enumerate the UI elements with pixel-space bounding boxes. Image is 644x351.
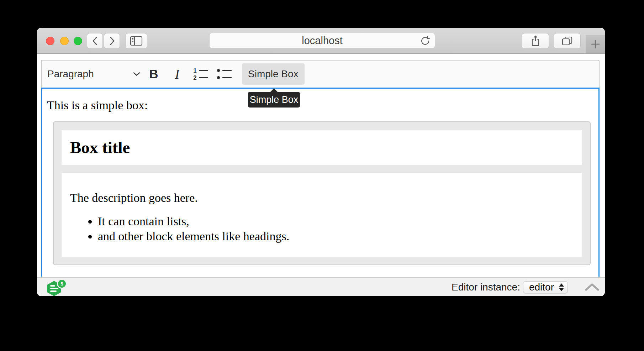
- version-badge: 5: [57, 279, 67, 289]
- italic-button[interactable]: I: [167, 64, 187, 84]
- plus-icon: [590, 38, 601, 50]
- bulleted-list-button[interactable]: [214, 64, 234, 84]
- chevron-right-icon: [109, 36, 115, 46]
- desktop-background: { "browser": { "url": "localhost", "traf…: [0, 0, 644, 351]
- simple-box-button[interactable]: Simple Box: [242, 63, 305, 85]
- simple-box-title-area[interactable]: Box title: [62, 130, 582, 165]
- tabs-icon: [561, 36, 573, 46]
- reload-icon: [420, 36, 431, 46]
- simple-box-widget[interactable]: Box title The description goes here. It …: [53, 121, 591, 265]
- web-page: Paragraph B I 1 2: [37, 54, 605, 277]
- editor-instance-label: Editor instance:: [452, 282, 520, 293]
- selected-instance: editor: [529, 282, 554, 293]
- simple-box-button-label: Simple Box: [248, 68, 299, 80]
- share-icon: [530, 35, 541, 47]
- intro-paragraph[interactable]: This is a simple box:: [47, 97, 595, 114]
- box-title-heading[interactable]: Box title: [70, 139, 130, 156]
- bold-icon: B: [149, 67, 158, 81]
- zoom-window-button[interactable]: [74, 37, 82, 45]
- collapse-console-button[interactable]: [584, 282, 600, 293]
- tooltip-arrow-icon: [270, 88, 278, 92]
- description-paragraph[interactable]: The description goes here.: [70, 190, 574, 206]
- numbered-list-button[interactable]: 1 2: [191, 64, 211, 84]
- close-window-button[interactable]: [46, 37, 54, 45]
- sample-footer-bar: 5 Editor instance: editor: [37, 277, 605, 296]
- sidebar-icon: [130, 36, 143, 46]
- address-bar[interactable]: localhost: [209, 33, 435, 48]
- simple-box-description-area[interactable]: The description goes here. It can contai…: [62, 173, 582, 257]
- back-button[interactable]: [87, 33, 103, 49]
- italic-icon: I: [175, 67, 179, 82]
- chevron-down-icon: [133, 72, 140, 76]
- simple-box-tooltip: Simple Box: [248, 92, 300, 108]
- stepper-icon: [559, 283, 564, 291]
- bold-button[interactable]: B: [144, 64, 164, 84]
- heading-dropdown[interactable]: Paragraph: [47, 64, 140, 84]
- share-button[interactable]: [522, 33, 549, 49]
- history-nav-group: [87, 33, 120, 49]
- heading-dropdown-label: Paragraph: [47, 68, 94, 80]
- new-tab-button[interactable]: [586, 35, 605, 53]
- chevron-left-icon: [92, 36, 98, 46]
- forward-button[interactable]: [104, 33, 120, 49]
- ckeditor: Paragraph B I 1 2: [41, 60, 600, 277]
- editor-instance-select[interactable]: editor: [523, 281, 568, 293]
- editor-toolbar: Paragraph B I 1 2: [41, 60, 600, 88]
- url-text: localhost: [302, 35, 342, 47]
- chevron-up-icon: [585, 283, 600, 292]
- tab-overview-button[interactable]: [554, 33, 581, 49]
- editor-editable-area[interactable]: This is a simple box: Box title The desc…: [41, 88, 600, 277]
- tooltip-text: Simple Box: [250, 94, 299, 105]
- numbered-list-icon: 1 2: [193, 68, 208, 80]
- bulleted-list-icon: [217, 68, 232, 80]
- safari-window: localhost: [37, 28, 605, 296]
- sidebar-toggle-button[interactable]: [125, 33, 147, 49]
- list-item[interactable]: and other block elements like headings.: [98, 229, 574, 244]
- ckeditor-logo[interactable]: 5: [46, 280, 67, 296]
- description-list: It can contain lists, and other block el…: [70, 214, 574, 244]
- list-item[interactable]: It can contain lists,: [98, 214, 574, 229]
- browser-toolbar: localhost: [37, 28, 605, 54]
- reload-button[interactable]: [420, 36, 431, 48]
- minimize-window-button[interactable]: [60, 37, 69, 45]
